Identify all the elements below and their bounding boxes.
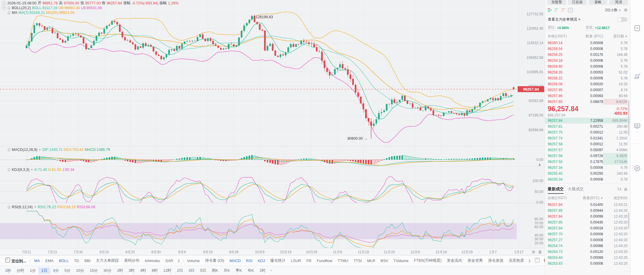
- kdj-name[interactable]: KDJ(9,3,3): [12, 168, 29, 172]
- edit-indicators-button[interactable]: [533, 258, 541, 263]
- sub-indicator-FR[interactable]: FR: [304, 259, 314, 263]
- timeframe-15分[interactable]: 15分: [87, 267, 100, 274]
- bid-row[interactable]: 96257.580.0001211.55: [545, 141, 630, 147]
- timeframe-1日[interactable]: 1日: [39, 267, 50, 274]
- sub-indicator-持仓量 (OI)[interactable]: 持仓量 (OI): [203, 258, 226, 263]
- bid-row[interactable]: 96257.750.0001211.55: [545, 129, 630, 135]
- timeframe-6时[interactable]: 6时: [149, 267, 160, 274]
- book-both-icon[interactable]: [548, 8, 552, 12]
- sub-indicator-Volume[interactable]: Volume: [185, 259, 202, 263]
- sub-indicator-TVolume[interactable]: TVolume: [391, 259, 411, 263]
- ask-row[interactable]: 96258.600.000065.78: [545, 64, 630, 69]
- trade-row[interactable]: 96254.440.0006912:43:20: [545, 255, 630, 261]
- timeframe-5日[interactable]: 5日: [197, 267, 208, 274]
- tab-latest-trades[interactable]: 最新成交: [548, 186, 564, 194]
- price-column-header[interactable]: 价格(USDT): [548, 34, 574, 39]
- bid-row[interactable]: 96257.740.013411.291K: [545, 135, 630, 141]
- timeframe-1分[interactable]: 1分: [27, 267, 38, 274]
- timeframe-10分[interactable]: 10分: [73, 267, 87, 274]
- overlay-indicator-Ichimoku[interactable]: Ichimoku: [142, 259, 162, 263]
- bid-row[interactable]: 96255.400.00250240.64: [545, 171, 630, 176]
- volume-monitor-icon[interactable]: [634, 122, 641, 131]
- sub-indicator-BSV[interactable]: BSV: [378, 259, 390, 263]
- boll-name[interactable]: BOLL(20,2): [12, 6, 31, 10]
- ma-name[interactable]: MA: [12, 11, 17, 15]
- community-indicators-button[interactable]: 社区指标: [542, 258, 545, 263]
- chevron-down-icon[interactable]: ▼: [34, 206, 37, 209]
- timeframe-3分[interactable]: 3分: [50, 267, 62, 274]
- overlay-indicator-SAR[interactable]: SAR: [163, 259, 176, 263]
- sub-indicator-LSUR[interactable]: LSUR: [289, 259, 304, 263]
- book-asks-icon[interactable]: [561, 8, 565, 12]
- ask-row[interactable]: 96257.850.068796.622K: [545, 99, 630, 105]
- orderbook-tab-加预警[interactable]: 加预警: [547, 0, 566, 5]
- timeframe-3时[interactable]: 3时: [126, 267, 137, 274]
- timeframe-周K[interactable]: 周K: [209, 267, 221, 274]
- market-trend-icon[interactable]: [634, 73, 641, 81]
- timeframe-30分[interactable]: 30分: [101, 267, 114, 274]
- orderbook-tab-已自选[interactable]: 已自选: [568, 0, 587, 5]
- sub-indicator-TTSI[interactable]: TTSI: [351, 259, 364, 263]
- alert-bell-icon[interactable]: [7, 205, 11, 209]
- ask-row[interactable]: 96257.950.000076.74: [545, 87, 630, 93]
- ask-row[interactable]: 96260.140.000065.78: [545, 40, 630, 46]
- trade-price-header[interactable]: 价格(USDT): [548, 196, 574, 201]
- trade-row[interactable]: 96257.840.0001812:43:20: [545, 225, 630, 231]
- main-orders-toggle[interactable]: [617, 17, 628, 22]
- ask-row[interactable]: 96258.350.0005351.02: [545, 69, 630, 75]
- candlestick-chart[interactable]: 127732.55120952.40114532.14108452.681026…: [0, 0, 545, 255]
- overlay-indicator-MA[interactable]: MA: [32, 259, 42, 263]
- more-subs-arrow[interactable]: ❯: [527, 259, 532, 263]
- overlay-indicator-筹码分布[interactable]: 筹码分布: [122, 258, 142, 263]
- decimals-select[interactable]: 2位小数 ▼: [605, 8, 621, 13]
- trades-scrollbar[interactable]: [628, 212, 629, 229]
- amount-column-header[interactable]: 委托额 ▼: [603, 34, 628, 39]
- gear-icon[interactable]: ⚙: [624, 8, 628, 12]
- ask-row[interactable]: 96258.060.0002019.25: [545, 81, 630, 87]
- timeframe-1秒[interactable]: 1秒: [2, 267, 14, 274]
- overlay-indicator-BBI[interactable]: BBI: [82, 259, 93, 263]
- orderbook-scrollbar[interactable]: [628, 100, 629, 135]
- collapse-chevron-icon[interactable]: ▾: [2, 1, 6, 5]
- qty-column-header[interactable]: 数量 (BTC): [574, 34, 603, 39]
- sub-indicator-资金背离[interactable]: 资金背离: [465, 258, 485, 263]
- trade-row[interactable]: 96254.730.0012012:43:20: [545, 249, 630, 255]
- collapse-chevron-icon[interactable]: ▾: [2, 6, 6, 10]
- timeframe-季K[interactable]: 季K: [233, 267, 245, 274]
- sub-indicator-MLR[interactable]: MLR: [365, 259, 378, 263]
- sub-indicator-买卖热度[interactable]: 买卖热度: [506, 258, 526, 263]
- bid-row[interactable]: 96257.560.097269.362K: [545, 153, 630, 159]
- sub-indicator-MACD[interactable]: MACD: [227, 259, 243, 263]
- trade-row[interactable]: 96257.840.0140012:43:21: [545, 202, 630, 208]
- alert-bell-icon[interactable]: [7, 11, 11, 14]
- timeframe-close-button[interactable]: ×: [269, 268, 274, 273]
- overlay-indicator-BOLL[interactable]: BOLL: [57, 259, 71, 263]
- bid-row[interactable]: 96257.340.000065.78: [545, 165, 630, 171]
- ask-row[interactable]: 96259.250.00175168.45: [545, 52, 630, 58]
- timeframe-4时[interactable]: 4时: [138, 267, 149, 274]
- timeframe-月K[interactable]: 月K: [221, 267, 233, 274]
- overlay-indicator-EMA[interactable]: EMA: [43, 259, 56, 263]
- sub-indicator-资金流向[interactable]: 资金流向: [444, 258, 464, 263]
- sub-indicator-爆仓统计[interactable]: 爆仓统计: [268, 258, 288, 263]
- overlay-indicator-TD[interactable]: TD: [72, 259, 81, 263]
- timeframe-12时[interactable]: 12时: [161, 267, 174, 274]
- overlay-indicator-主力大单跟踪[interactable]: 主力大单跟踪: [93, 258, 121, 263]
- sub-indicator-Fundflow[interactable]: Fundflow: [314, 259, 335, 263]
- order-record-icon[interactable]: $: [634, 25, 641, 33]
- trade-row[interactable]: 96257.850.0043012:43:20: [545, 219, 630, 225]
- ask-row[interactable]: 96258.220.000065.78: [545, 75, 630, 81]
- bid-row[interactable]: 96257.550.1767517.014K: [545, 159, 630, 165]
- orderbook-tab-简况[interactable]: 简况: [609, 0, 628, 5]
- tab-large-trades[interactable]: 大额成交: [568, 186, 584, 194]
- transfer-icon[interactable]: [634, 165, 641, 173]
- timeframe-3日[interactable]: 3日: [186, 267, 197, 274]
- bid-row[interactable]: 96257.847.22958695.904K: [545, 118, 630, 124]
- sub-indicator-持仓差值[interactable]: 持仓差值: [486, 258, 506, 263]
- alert-bell-icon[interactable]: [7, 168, 11, 171]
- sub-indicator-RSI[interactable]: RSI: [244, 259, 255, 263]
- book-bids-icon[interactable]: [554, 8, 559, 12]
- bid-row[interactable]: 96255.340.000065.78: [545, 176, 630, 182]
- alert-bell-icon[interactable]: [7, 6, 11, 10]
- trade-time-header[interactable]: 成交时间: [603, 196, 628, 201]
